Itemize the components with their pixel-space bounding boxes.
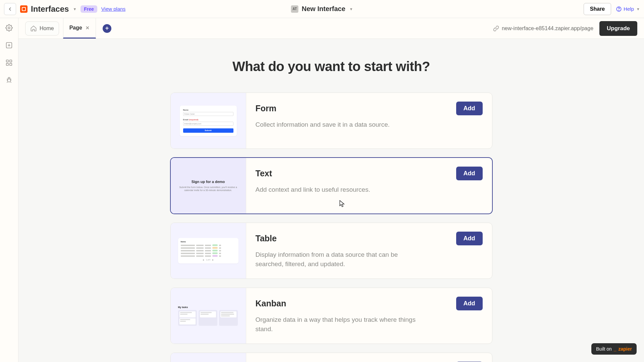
svg-point-1 bbox=[619, 10, 619, 10]
url-text: new-interface-e85144.zapier.app/page bbox=[502, 25, 593, 32]
component-card-text[interactable]: Sign up for a demo Submit the form below… bbox=[170, 158, 492, 214]
view-plans-link[interactable]: View plans bbox=[101, 6, 125, 12]
chevron-down-icon: ▼ bbox=[636, 7, 640, 11]
plan-badge: Free bbox=[80, 5, 97, 13]
card-title: Text bbox=[256, 169, 272, 178]
component-card-table[interactable]: Items ◀1 of 4▶ Table Add Display informa… bbox=[170, 223, 492, 279]
svg-rect-6 bbox=[6, 63, 8, 65]
app-brand[interactable]: Interfaces ▼ bbox=[20, 4, 76, 14]
add-button[interactable]: Add bbox=[456, 102, 483, 115]
help-label: Help bbox=[624, 6, 634, 12]
debug-icon[interactable] bbox=[5, 76, 13, 84]
link-icon bbox=[493, 25, 499, 32]
interface-title-dropdown[interactable]: AT New Interface ▼ bbox=[291, 5, 353, 13]
svg-rect-8 bbox=[7, 79, 10, 82]
page-url[interactable]: new-interface-e85144.zapier.app/page bbox=[493, 25, 593, 32]
svg-point-2 bbox=[8, 27, 10, 29]
page-headline: What do you want to start with? bbox=[170, 59, 492, 74]
badge-brand: zapier bbox=[619, 346, 632, 352]
close-icon[interactable]: ✕ bbox=[86, 25, 90, 31]
add-button[interactable]: Add bbox=[456, 232, 483, 245]
canvas: What do you want to start with? Name Kri… bbox=[18, 39, 644, 362]
zapier-logo-icon bbox=[20, 5, 28, 13]
card-title: Table bbox=[256, 234, 277, 243]
top-bar: Interfaces ▼ Free View plans AT New Inte… bbox=[0, 0, 644, 18]
share-button[interactable]: Share bbox=[584, 3, 611, 15]
card-desc: Collect information and save it in a dat… bbox=[256, 120, 417, 129]
component-card-kanban[interactable]: My tasks Kanban Add Organize data in a w… bbox=[170, 288, 492, 344]
app-name: Interfaces bbox=[31, 4, 69, 14]
components-icon[interactable] bbox=[5, 59, 13, 66]
back-button[interactable] bbox=[4, 3, 16, 15]
thumb-table: Items ◀1 of 4▶ bbox=[171, 223, 246, 279]
built-on-badge[interactable]: Built on _zapier bbox=[591, 343, 637, 355]
svg-rect-5 bbox=[10, 60, 12, 62]
svg-rect-7 bbox=[10, 63, 12, 65]
thumb-chatbot: CompanyBot bbox=[171, 353, 246, 362]
home-label: Home bbox=[40, 25, 54, 32]
home-tab[interactable]: Home bbox=[25, 21, 59, 36]
thumb-kanban: My tasks bbox=[171, 288, 246, 344]
thumb-form: Name Kristen Carter Email (required) kri… bbox=[171, 93, 246, 148]
tab-label: Page bbox=[69, 25, 82, 31]
add-button[interactable]: Add bbox=[456, 167, 483, 180]
help-link[interactable]: Help ▼ bbox=[616, 6, 640, 12]
add-page-icon[interactable] bbox=[5, 42, 13, 49]
help-icon bbox=[616, 6, 622, 12]
underscore-icon: _ bbox=[614, 346, 616, 352]
card-desc: Display information from a data source t… bbox=[256, 250, 417, 268]
chevron-down-icon: ▼ bbox=[73, 7, 76, 11]
left-rail bbox=[0, 18, 18, 362]
card-title: Form bbox=[256, 104, 277, 113]
chevron-down-icon: ▼ bbox=[350, 7, 353, 11]
badge-prefix: Built on bbox=[596, 346, 612, 352]
tab-bar: Home Page ✕ + new-interface-e85144.zapie… bbox=[18, 18, 644, 39]
thumb-text: Sign up for a demo Submit the form below… bbox=[171, 158, 246, 214]
arrow-left-icon bbox=[7, 6, 13, 12]
upgrade-button[interactable]: Upgrade bbox=[599, 21, 637, 36]
add-button[interactable]: Add bbox=[456, 297, 483, 310]
card-desc: Organize data in a way that helps you tr… bbox=[256, 315, 417, 334]
home-icon bbox=[30, 25, 37, 32]
component-card-chatbot[interactable]: CompanyBot Chatbot Add bbox=[170, 353, 492, 362]
svg-rect-4 bbox=[6, 60, 8, 62]
interface-name: New Interface bbox=[302, 5, 345, 13]
avatar: AT bbox=[291, 5, 299, 13]
tab-page[interactable]: Page ✕ bbox=[63, 18, 96, 39]
settings-icon[interactable] bbox=[5, 24, 13, 32]
card-desc: Add context and link to useful resources… bbox=[256, 185, 417, 194]
component-card-form[interactable]: Name Kristen Carter Email (required) kri… bbox=[170, 93, 492, 149]
add-tab-button[interactable]: + bbox=[103, 24, 111, 33]
card-title: Kanban bbox=[256, 299, 286, 308]
